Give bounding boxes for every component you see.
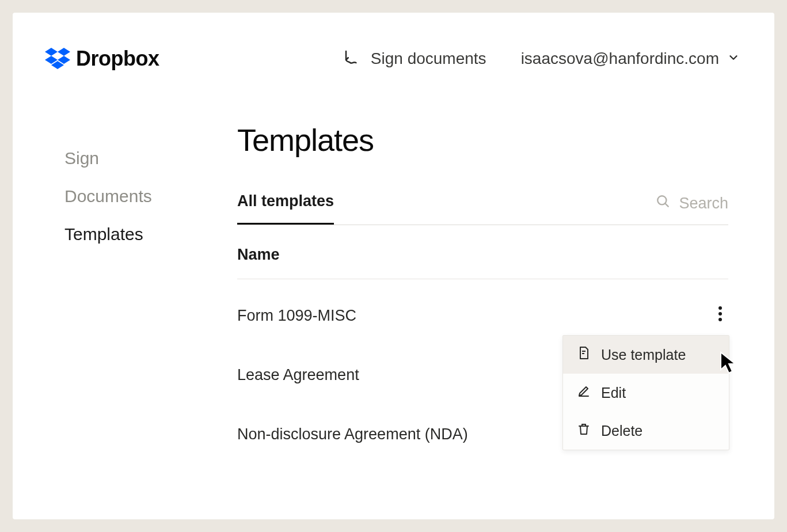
search-input[interactable]: Search xyxy=(656,194,728,223)
sign-documents-link[interactable]: Sign documents xyxy=(343,48,486,70)
tab-label: All templates xyxy=(237,192,334,210)
template-name: Lease Agreement xyxy=(237,366,359,384)
svg-line-6 xyxy=(666,203,668,206)
page-title: Templates xyxy=(237,122,728,158)
main-content: Templates All templates Search Name xyxy=(237,122,774,519)
column-header-name[interactable]: Name xyxy=(237,225,728,279)
brand-name: Dropbox xyxy=(76,47,159,71)
row-actions-button[interactable] xyxy=(712,308,728,324)
sidebar-item-label: Sign xyxy=(64,149,99,168)
search-placeholder: Search xyxy=(679,195,728,212)
menu-item-label: Edit xyxy=(601,385,626,401)
svg-marker-1 xyxy=(58,48,70,56)
svg-point-7 xyxy=(718,306,722,310)
brand-logo[interactable]: Dropbox xyxy=(45,47,159,71)
template-name: Non-disclosure Agreement (NDA) xyxy=(237,425,468,443)
svg-marker-0 xyxy=(45,48,58,56)
sidebar-item-label: Templates xyxy=(64,225,143,244)
account-email: isaacsova@hanfordinc.com xyxy=(521,50,719,68)
body: Sign Documents Templates Templates All t… xyxy=(13,82,774,519)
chevron-down-icon xyxy=(727,50,740,68)
pencil-icon xyxy=(577,384,591,401)
tabs-row: All templates Search xyxy=(237,192,728,225)
app-window: Dropbox Sign documents isaacsova@hanford… xyxy=(13,13,774,519)
sidebar: Sign Documents Templates xyxy=(13,122,237,519)
tab-all-templates[interactable]: All templates xyxy=(237,192,334,225)
menu-item-label: Use template xyxy=(601,347,686,363)
menu-item-edit[interactable]: Edit xyxy=(563,374,729,412)
template-name: Form 1099-MISC xyxy=(237,307,356,325)
topbar-right: Sign documents isaacsova@hanfordinc.com xyxy=(343,48,740,70)
document-icon xyxy=(577,346,591,363)
sidebar-item-templates[interactable]: Templates xyxy=(64,215,237,253)
svg-point-8 xyxy=(718,312,722,316)
dropbox-icon xyxy=(45,48,70,70)
trash-icon xyxy=(577,422,591,439)
row-context-menu: Use template Edit Delete xyxy=(562,335,729,450)
svg-point-9 xyxy=(718,318,722,321)
sidebar-item-sign[interactable]: Sign xyxy=(64,139,237,177)
menu-item-label: Delete xyxy=(601,423,642,439)
sidebar-item-label: Documents xyxy=(64,187,152,206)
search-icon xyxy=(656,194,671,213)
account-dropdown[interactable]: isaacsova@hanfordinc.com xyxy=(521,50,740,68)
menu-item-use-template[interactable]: Use template xyxy=(563,336,729,374)
menu-item-delete[interactable]: Delete xyxy=(563,412,729,450)
more-vertical-icon xyxy=(718,306,723,326)
sidebar-item-documents[interactable]: Documents xyxy=(64,177,237,215)
sign-documents-label: Sign documents xyxy=(371,50,486,68)
topbar: Dropbox Sign documents isaacsova@hanford… xyxy=(13,13,774,82)
signature-icon xyxy=(343,48,360,70)
